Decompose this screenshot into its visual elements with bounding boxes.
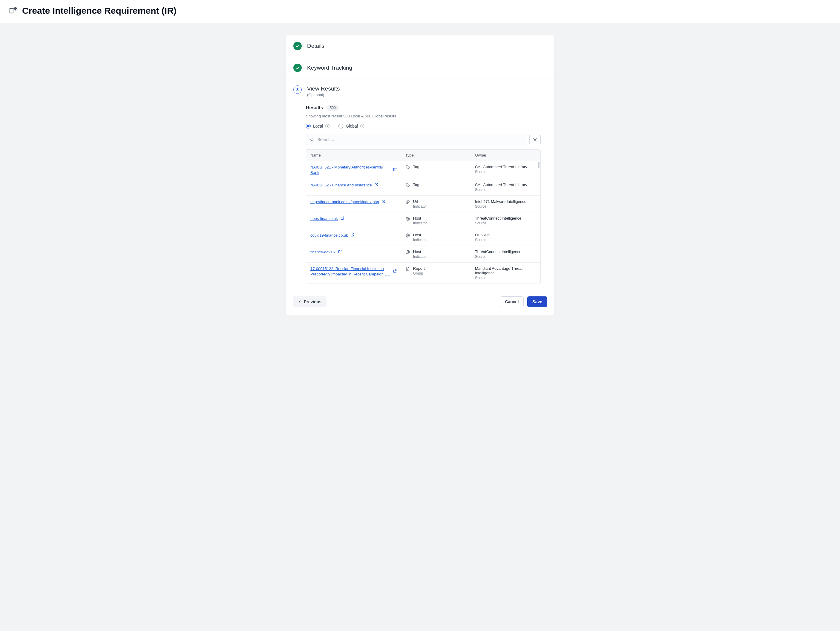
col-header-type[interactable]: Type (401, 150, 471, 161)
step-sublabel: (Optional) (307, 93, 339, 97)
result-link[interactable]: http://fineco-bank.co.uk/panel/index.php (310, 199, 379, 205)
result-link[interactable]: finance-gov.uk (310, 250, 335, 255)
tag-icon (405, 165, 410, 170)
save-button[interactable]: Save (527, 296, 547, 307)
radio-label: Global (346, 124, 358, 128)
info-icon[interactable]: i (360, 124, 365, 128)
globe-icon (405, 233, 410, 238)
info-icon[interactable]: i (325, 124, 330, 128)
wizard-footer: Previous Cancel Save (286, 289, 554, 315)
cell-name: finance-gov.uk (306, 246, 401, 263)
owner-label: DHS AIS (475, 233, 490, 237)
cell-owner: DHS AISSource (471, 229, 540, 245)
table-row: covid19-finance.co.ukHostIndicatorDHS AI… (306, 229, 540, 246)
result-link[interactable]: covid19-finance.co.uk (310, 233, 348, 238)
filter-button[interactable] (529, 134, 541, 145)
scrollbar-thumb[interactable] (538, 161, 540, 168)
col-header-owner[interactable]: Owner (471, 150, 540, 161)
tag-icon (405, 183, 410, 188)
cell-type: UrlIndicator (401, 196, 471, 212)
scope-radio-group: Local i Global i (306, 124, 541, 128)
table-row: hbos-finance.ukHostIndicatorThreatConnec… (306, 212, 540, 229)
type-sublabel: Indicator (413, 221, 427, 225)
scrollbar-track[interactable] (538, 161, 540, 282)
owner-sublabel: Source (475, 255, 486, 259)
external-link-icon[interactable] (393, 167, 397, 172)
table-row: NAICS: 52 - Finance And InsuranceTagCAL … (306, 179, 540, 196)
step-number-badge: 3 (293, 85, 302, 94)
cell-type: HostIndicator (401, 246, 471, 263)
external-link-icon[interactable] (382, 199, 386, 204)
step-body: Results 500 Showing most recent 500 Loca… (286, 100, 554, 289)
owner-label: ThreatConnect Intelligence (475, 250, 521, 254)
radio-dot-icon (338, 124, 343, 128)
previous-button[interactable]: Previous (293, 296, 327, 307)
external-link-icon[interactable] (340, 216, 344, 221)
cell-name: NAICS: 52 - Finance And Insurance (306, 179, 401, 195)
step-details[interactable]: Details (286, 35, 554, 57)
cell-owner: CAL Automated Threat LibrarySource (471, 161, 540, 179)
radio-label: Local (313, 124, 323, 128)
cell-name: hbos-finance.uk (306, 212, 401, 229)
wizard-card: Details Keyword Tracking 3 View Results … (286, 35, 554, 315)
result-name: hbos-finance.uk (310, 216, 338, 221)
result-name: http://fineco-bank.co.uk/panel/index.php (310, 199, 379, 205)
step-complete-icon (293, 42, 302, 50)
cell-owner: Mandiant Advantage Threat IntelligenceSo… (471, 263, 540, 283)
type-label: Host (413, 233, 427, 237)
external-link-icon[interactable] (374, 183, 379, 188)
external-link-icon[interactable] (338, 250, 342, 255)
type-label: Host (413, 250, 427, 254)
type-sublabel: Indicator (413, 238, 427, 242)
cell-owner: ThreatConnect IntelligenceSource (471, 246, 540, 263)
cell-type: Tag (401, 179, 471, 195)
external-link-icon[interactable] (351, 233, 355, 238)
type-sublabel: Group (413, 271, 425, 275)
step-keyword-tracking[interactable]: Keyword Tracking (286, 57, 554, 79)
table-header: Name Type Owner (306, 150, 540, 161)
owner-label: CAL Automated Threat Library (475, 164, 527, 169)
result-link[interactable]: NAICS: 521 - Monetary Authorities-centra… (310, 164, 390, 175)
cell-name: NAICS: 521 - Monetary Authorities-centra… (306, 161, 401, 179)
cancel-button[interactable]: Cancel (500, 296, 524, 307)
owner-label: Intel 471 Malware Intelligence (475, 199, 526, 204)
type-sublabel: Indicator (413, 204, 427, 209)
owner-sublabel: Source (475, 276, 486, 280)
table-row: http://fineco-bank.co.uk/panel/index.php… (306, 196, 540, 212)
result-link[interactable]: hbos-finance.uk (310, 216, 338, 221)
result-name: finance-gov.uk (310, 250, 335, 255)
cell-owner: ThreatConnect IntelligenceSource (471, 212, 540, 229)
results-heading: Results (306, 105, 323, 111)
results-count-badge: 500 (327, 105, 339, 111)
scope-radio-local[interactable]: Local i (306, 124, 330, 128)
result-link[interactable]: NAICS: 52 - Finance And Insurance (310, 183, 372, 188)
type-label: Host (413, 216, 427, 220)
owner-label: CAL Automated Threat Library (475, 183, 527, 187)
col-header-name[interactable]: Name (306, 150, 401, 161)
cell-name: 17-00015122: Russian Financial Instituti… (306, 263, 401, 283)
search-field[interactable] (306, 134, 526, 145)
external-link-icon[interactable] (393, 269, 397, 274)
cell-owner: CAL Automated Threat LibrarySource (471, 179, 540, 195)
step-label: Keyword Tracking (307, 65, 352, 71)
owner-sublabel: Source (475, 188, 486, 192)
table-row: 17-00015122: Russian Financial Instituti… (306, 263, 540, 283)
search-input[interactable] (317, 137, 523, 142)
result-name: 17-00015122: Russian Financial Instituti… (310, 266, 390, 277)
cell-name: http://fineco-bank.co.uk/panel/index.php (306, 196, 401, 212)
radio-dot-icon (306, 124, 311, 128)
cell-type: Tag (401, 161, 471, 179)
step-complete-icon (293, 64, 302, 72)
cell-type: HostIndicator (401, 212, 471, 229)
owner-label: Mandiant Advantage Threat Intelligence (475, 266, 536, 275)
result-name: NAICS: 521 - Monetary Authorities-centra… (310, 164, 390, 175)
type-label: Url (413, 199, 427, 204)
owner-sublabel: Source (475, 238, 486, 242)
results-table: Name Type Owner NAICS: 521 - Monetary Au… (306, 149, 541, 284)
scope-radio-global[interactable]: Global i (338, 124, 364, 128)
step-label: Details (307, 43, 324, 49)
result-link[interactable]: 17-00015122: Russian Financial Instituti… (310, 266, 390, 277)
step-view-results: 3 View Results (Optional) (286, 79, 554, 100)
cell-name: covid19-finance.co.uk (306, 229, 401, 245)
cell-owner: Intel 471 Malware IntelligenceSource (471, 196, 540, 212)
